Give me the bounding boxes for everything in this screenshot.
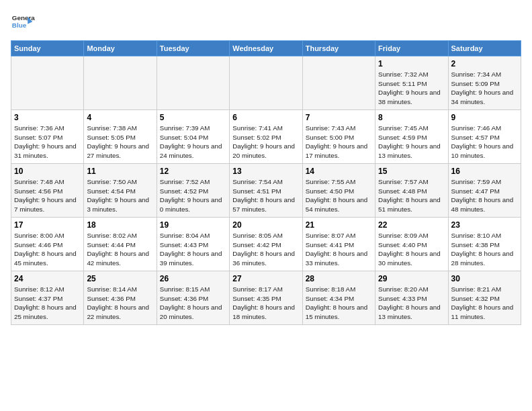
weekday-header-sunday: Sunday bbox=[11, 41, 84, 56]
day-info: Sunrise: 7:41 AM Sunset: 5:02 PM Dayligh… bbox=[232, 124, 299, 161]
day-number: 28 bbox=[306, 274, 372, 283]
calendar-cell: 18Sunrise: 8:02 AM Sunset: 4:44 PM Dayli… bbox=[84, 218, 157, 271]
day-info: Sunrise: 7:46 AM Sunset: 4:57 PM Dayligh… bbox=[451, 124, 518, 161]
calendar-cell: 7Sunrise: 7:43 AM Sunset: 5:00 PM Daylig… bbox=[302, 110, 375, 164]
day-info: Sunrise: 7:59 AM Sunset: 4:47 PM Dayligh… bbox=[451, 177, 518, 214]
day-number: 27 bbox=[232, 274, 299, 283]
calendar-cell bbox=[157, 56, 229, 110]
day-info: Sunrise: 7:36 AM Sunset: 5:07 PM Dayligh… bbox=[14, 124, 81, 161]
day-info: Sunrise: 8:15 AM Sunset: 4:36 PM Dayligh… bbox=[160, 285, 226, 322]
calendar-cell: 9Sunrise: 7:46 AM Sunset: 4:57 PM Daylig… bbox=[448, 110, 521, 164]
calendar-cell: 16Sunrise: 7:59 AM Sunset: 4:47 PM Dayli… bbox=[448, 164, 521, 218]
day-info: Sunrise: 7:50 AM Sunset: 4:54 PM Dayligh… bbox=[87, 177, 153, 214]
svg-text:Blue: Blue bbox=[12, 21, 27, 29]
day-info: Sunrise: 8:20 AM Sunset: 4:33 PM Dayligh… bbox=[378, 285, 445, 322]
day-info: Sunrise: 8:21 AM Sunset: 4:32 PM Dayligh… bbox=[451, 285, 518, 322]
day-info: Sunrise: 7:45 AM Sunset: 4:59 PM Dayligh… bbox=[378, 124, 445, 161]
day-number: 16 bbox=[451, 167, 518, 176]
calendar-cell: 22Sunrise: 8:09 AM Sunset: 4:40 PM Dayli… bbox=[375, 218, 448, 271]
day-info: Sunrise: 7:57 AM Sunset: 4:48 PM Dayligh… bbox=[378, 177, 445, 214]
calendar-cell: 20Sunrise: 8:05 AM Sunset: 4:42 PM Dayli… bbox=[230, 218, 302, 271]
calendar-cell: 5Sunrise: 7:39 AM Sunset: 5:04 PM Daylig… bbox=[157, 110, 229, 164]
calendar-cell: 12Sunrise: 7:52 AM Sunset: 4:52 PM Dayli… bbox=[157, 164, 229, 218]
weekday-header-tuesday: Tuesday bbox=[157, 41, 229, 56]
day-number: 21 bbox=[306, 220, 372, 230]
day-number: 15 bbox=[378, 167, 445, 176]
calendar-cell: 25Sunrise: 8:14 AM Sunset: 4:36 PM Dayli… bbox=[84, 271, 157, 325]
calendar-table: SundayMondayTuesdayWednesdayThursdayFrid… bbox=[11, 40, 521, 325]
day-info: Sunrise: 7:34 AM Sunset: 5:09 PM Dayligh… bbox=[451, 70, 518, 107]
weekday-header-monday: Monday bbox=[84, 41, 157, 56]
day-number: 10 bbox=[14, 167, 81, 176]
day-info: Sunrise: 7:54 AM Sunset: 4:51 PM Dayligh… bbox=[232, 177, 299, 214]
calendar-cell: 6Sunrise: 7:41 AM Sunset: 5:02 PM Daylig… bbox=[230, 110, 302, 164]
calendar-cell: 4Sunrise: 7:38 AM Sunset: 5:05 PM Daylig… bbox=[84, 110, 157, 164]
calendar-cell bbox=[302, 56, 375, 110]
day-info: Sunrise: 8:02 AM Sunset: 4:44 PM Dayligh… bbox=[87, 231, 153, 268]
day-number: 26 bbox=[160, 274, 226, 283]
calendar-cell bbox=[11, 56, 84, 110]
calendar-cell: 10Sunrise: 7:48 AM Sunset: 4:56 PM Dayli… bbox=[11, 164, 84, 218]
day-info: Sunrise: 7:52 AM Sunset: 4:52 PM Dayligh… bbox=[160, 177, 226, 214]
logo: GeneralBlue bbox=[11, 11, 35, 35]
day-number: 8 bbox=[378, 113, 445, 122]
calendar-week-4: 17Sunrise: 8:00 AM Sunset: 4:46 PM Dayli… bbox=[11, 218, 521, 271]
day-number: 24 bbox=[14, 274, 81, 283]
day-info: Sunrise: 8:18 AM Sunset: 4:34 PM Dayligh… bbox=[306, 285, 372, 322]
calendar-cell bbox=[84, 56, 157, 110]
calendar-cell: 28Sunrise: 8:18 AM Sunset: 4:34 PM Dayli… bbox=[302, 271, 375, 325]
calendar-cell: 8Sunrise: 7:45 AM Sunset: 4:59 PM Daylig… bbox=[375, 110, 448, 164]
day-info: Sunrise: 8:10 AM Sunset: 4:38 PM Dayligh… bbox=[451, 231, 518, 268]
calendar-cell: 29Sunrise: 8:20 AM Sunset: 4:33 PM Dayli… bbox=[375, 271, 448, 325]
day-info: Sunrise: 8:00 AM Sunset: 4:46 PM Dayligh… bbox=[14, 231, 81, 268]
day-info: Sunrise: 7:32 AM Sunset: 5:11 PM Dayligh… bbox=[378, 70, 445, 107]
day-number: 3 bbox=[14, 113, 81, 122]
calendar-cell: 24Sunrise: 8:12 AM Sunset: 4:37 PM Dayli… bbox=[11, 271, 84, 325]
day-info: Sunrise: 7:39 AM Sunset: 5:04 PM Dayligh… bbox=[160, 124, 226, 161]
calendar-week-5: 24Sunrise: 8:12 AM Sunset: 4:37 PM Dayli… bbox=[11, 271, 521, 325]
calendar-cell: 11Sunrise: 7:50 AM Sunset: 4:54 PM Dayli… bbox=[84, 164, 157, 218]
page-header: GeneralBlue bbox=[11, 11, 521, 35]
calendar-cell: 15Sunrise: 7:57 AM Sunset: 4:48 PM Dayli… bbox=[375, 164, 448, 218]
day-number: 13 bbox=[232, 167, 299, 176]
calendar-cell: 14Sunrise: 7:55 AM Sunset: 4:50 PM Dayli… bbox=[302, 164, 375, 218]
day-number: 23 bbox=[451, 220, 518, 230]
calendar-week-2: 3Sunrise: 7:36 AM Sunset: 5:07 PM Daylig… bbox=[11, 110, 521, 164]
day-info: Sunrise: 8:12 AM Sunset: 4:37 PM Dayligh… bbox=[14, 285, 81, 322]
day-info: Sunrise: 7:38 AM Sunset: 5:05 PM Dayligh… bbox=[87, 124, 153, 161]
day-info: Sunrise: 8:14 AM Sunset: 4:36 PM Dayligh… bbox=[87, 285, 153, 322]
calendar-cell: 30Sunrise: 8:21 AM Sunset: 4:32 PM Dayli… bbox=[448, 271, 521, 325]
calendar-cell: 26Sunrise: 8:15 AM Sunset: 4:36 PM Dayli… bbox=[157, 271, 229, 325]
day-info: Sunrise: 8:09 AM Sunset: 4:40 PM Dayligh… bbox=[378, 231, 445, 268]
day-number: 1 bbox=[378, 59, 445, 68]
weekday-header-saturday: Saturday bbox=[448, 41, 521, 56]
day-number: 9 bbox=[451, 113, 518, 122]
day-number: 6 bbox=[232, 113, 299, 122]
weekday-header-thursday: Thursday bbox=[302, 41, 375, 56]
day-number: 20 bbox=[232, 220, 299, 230]
day-number: 7 bbox=[306, 113, 372, 122]
calendar-cell: 19Sunrise: 8:04 AM Sunset: 4:43 PM Dayli… bbox=[157, 218, 229, 271]
day-info: Sunrise: 7:48 AM Sunset: 4:56 PM Dayligh… bbox=[14, 177, 81, 214]
weekday-header-wednesday: Wednesday bbox=[230, 41, 302, 56]
day-info: Sunrise: 8:07 AM Sunset: 4:41 PM Dayligh… bbox=[306, 231, 372, 268]
day-number: 19 bbox=[160, 220, 226, 230]
day-number: 5 bbox=[160, 113, 226, 122]
weekday-header-row: SundayMondayTuesdayWednesdayThursdayFrid… bbox=[11, 41, 521, 56]
calendar-cell bbox=[230, 56, 302, 110]
day-info: Sunrise: 7:55 AM Sunset: 4:50 PM Dayligh… bbox=[306, 177, 372, 214]
day-info: Sunrise: 8:17 AM Sunset: 4:35 PM Dayligh… bbox=[232, 285, 299, 322]
day-number: 4 bbox=[87, 113, 153, 122]
calendar-cell: 27Sunrise: 8:17 AM Sunset: 4:35 PM Dayli… bbox=[230, 271, 302, 325]
day-info: Sunrise: 8:04 AM Sunset: 4:43 PM Dayligh… bbox=[160, 231, 226, 268]
day-number: 17 bbox=[14, 220, 81, 230]
calendar-cell: 23Sunrise: 8:10 AM Sunset: 4:38 PM Dayli… bbox=[448, 218, 521, 271]
day-number: 18 bbox=[87, 220, 153, 230]
day-number: 11 bbox=[87, 167, 153, 176]
day-number: 14 bbox=[306, 167, 372, 176]
day-number: 2 bbox=[451, 59, 518, 68]
day-number: 29 bbox=[378, 274, 445, 283]
calendar-week-1: 1Sunrise: 7:32 AM Sunset: 5:11 PM Daylig… bbox=[11, 56, 521, 110]
day-number: 25 bbox=[87, 274, 153, 283]
calendar-cell: 1Sunrise: 7:32 AM Sunset: 5:11 PM Daylig… bbox=[375, 56, 448, 110]
